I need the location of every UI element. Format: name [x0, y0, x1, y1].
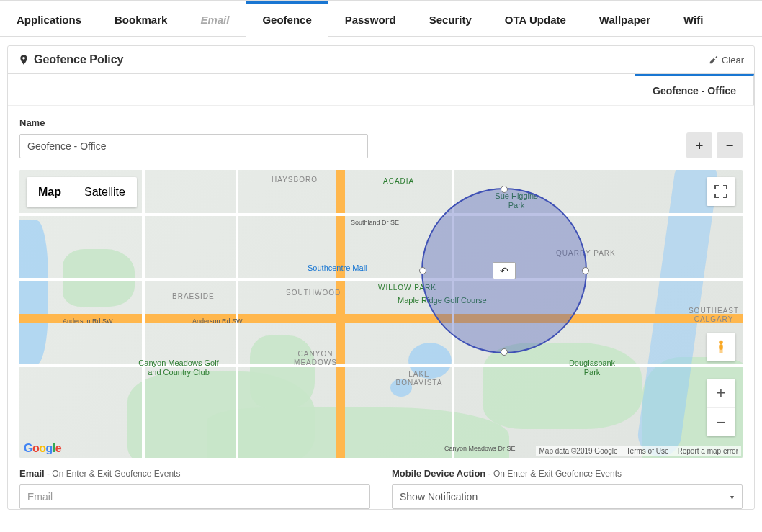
panel-title: Geofence Policy [18, 53, 124, 66]
svg-rect-1 [719, 344, 723, 349]
svg-point-0 [719, 341, 723, 345]
tab-password[interactable]: Password [328, 1, 413, 36]
map-label: ACADIA [383, 177, 414, 186]
clear-button[interactable]: Clear [709, 55, 744, 66]
tab-wallpaper[interactable]: Wallpaper [583, 1, 667, 36]
map-road-label: Canyon Meadows Dr SE [444, 445, 516, 453]
tab-wifi[interactable]: Wifi [667, 1, 720, 36]
map-type-map[interactable]: Map [27, 177, 73, 207]
zoom-out-button[interactable]: − [707, 407, 735, 436]
map-poi: Douglasbank Park [567, 359, 617, 377]
email-input[interactable] [19, 484, 370, 509]
svg-rect-3 [721, 349, 722, 353]
name-input[interactable] [19, 134, 368, 158]
subtab-geofence-office[interactable]: Geofence - Office [635, 74, 754, 105]
tab-email: Email [184, 1, 246, 36]
streetview-pegman[interactable] [707, 333, 735, 361]
map-attribution: Map data ©2019 Google [539, 447, 617, 455]
map-terms-link[interactable]: Terms of Use [627, 447, 669, 455]
action-label: Mobile Device Action - On Enter & Exit G… [392, 468, 743, 479]
add-geofence-button[interactable]: + [686, 132, 712, 158]
map-label: HAYSBORO [272, 176, 318, 184]
tab-security[interactable]: Security [413, 1, 488, 36]
pegman-icon [713, 339, 729, 355]
svg-rect-2 [720, 349, 721, 353]
subtabs: Geofence - Office [8, 74, 754, 106]
map-label: SOUTHWOOD [286, 289, 341, 297]
tab-ota-update[interactable]: OTA Update [488, 1, 583, 36]
map-report-link[interactable]: Report a map error [678, 447, 738, 455]
map-road-label: Anderson Rd SW [63, 317, 113, 325]
geofence-handle-left[interactable] [419, 267, 426, 274]
tab-geofence[interactable]: Geofence [246, 1, 328, 37]
panel-title-text: Geofence Policy [34, 53, 124, 66]
form-area: Name + − HAYSBORO ACADIA BRAESIDE [8, 106, 754, 509]
pin-icon [18, 53, 30, 66]
map[interactable]: HAYSBORO ACADIA BRAESIDE SOUTHWOOD WILLO… [19, 170, 743, 458]
map-road-label: Southland Dr SE [351, 219, 399, 227]
map-type-toggle: Map Satellite [27, 177, 137, 207]
zoom-in-button[interactable]: + [707, 379, 735, 407]
clear-label: Clear [722, 55, 744, 66]
geofence-handle-right[interactable] [582, 267, 589, 274]
map-label: BRAESIDE [172, 292, 215, 301]
geofence-circle[interactable]: ↶ [421, 188, 587, 353]
map-footer: Map data ©2019 Google Terms of Use Repor… [536, 446, 741, 456]
map-label: LAKE BONAVISTA [394, 370, 444, 387]
zoom-control: + − [707, 379, 735, 436]
clear-icon [709, 55, 719, 65]
geofence-panel: Geofence Policy Clear Geofence - Office … [7, 45, 755, 510]
geofence-center-marker[interactable]: ↶ [493, 262, 516, 279]
map-poi: Canyon Meadows Golf and Country Club [132, 359, 225, 377]
map-label: CANYON MEADOWS [290, 350, 341, 367]
remove-geofence-button[interactable]: − [717, 132, 743, 158]
geofence-handle-bottom[interactable] [501, 348, 508, 356]
map-type-satellite[interactable]: Satellite [73, 177, 137, 207]
map-poi: Southcentre Mall [308, 263, 367, 273]
fullscreen-button[interactable] [707, 177, 735, 206]
geofence-handle-top[interactable] [501, 186, 508, 193]
main-tabs: Applications Bookmark Email Geofence Pas… [0, 1, 762, 37]
tab-bookmark[interactable]: Bookmark [98, 1, 184, 36]
action-select[interactable]: Show Notification [392, 484, 743, 509]
panel-header: Geofence Policy Clear [8, 46, 754, 74]
map-road-label: Anderson Rd SW [192, 317, 243, 325]
google-logo: Google [24, 442, 61, 455]
map-label: SOUTHEAST CALGARY [685, 307, 743, 324]
name-label: Name [19, 117, 368, 128]
email-label: Email - On Enter & Exit Geofence Events [19, 468, 370, 479]
tab-applications[interactable]: Applications [0, 1, 98, 36]
